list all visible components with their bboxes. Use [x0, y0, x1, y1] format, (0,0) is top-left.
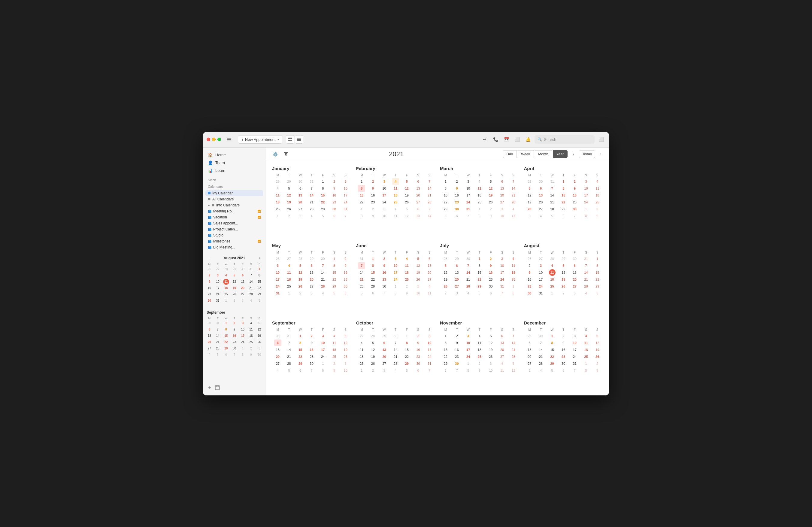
mini-day[interactable]: 1: [223, 298, 229, 304]
sidebar-toggle-button[interactable]: [224, 135, 233, 144]
sidebar-item-home[interactable]: 🏠 Home: [205, 151, 263, 159]
studio-icon: 👥: [208, 233, 212, 237]
mini-calendar-august: ‹ August 2021 › M T W T F S S 26: [203, 253, 266, 306]
big-meeting-item[interactable]: 👥 Big Meeting...: [205, 244, 263, 250]
calendar-view-button[interactable]: [214, 385, 220, 390]
studio-item[interactable]: 👥 Studio: [205, 232, 263, 238]
mini-day[interactable]: 14: [248, 279, 254, 285]
view-year-button[interactable]: Year: [553, 150, 568, 158]
grid-view-button[interactable]: [286, 135, 294, 144]
calendars-list: My Calendar All Calendars ▶ Info Calenda…: [203, 189, 266, 252]
my-calendar-dot: [208, 192, 211, 195]
mini-day[interactable]: 10: [215, 279, 221, 285]
all-calendars-item[interactable]: All Calendars: [205, 196, 263, 202]
mini-day[interactable]: 16: [206, 285, 212, 291]
mini-cal-prev[interactable]: ‹: [207, 256, 212, 260]
phone-icon[interactable]: 📞: [491, 135, 500, 144]
mini-day[interactable]: 4: [223, 272, 229, 279]
app-window: + New Appointment ▾ ↩ 📞 📅 ⬜ 🔔 🔍 ⬜: [203, 132, 609, 395]
next-year-button[interactable]: ›: [597, 151, 604, 158]
mini-day[interactable]: 28: [248, 291, 254, 297]
info-calendars-item[interactable]: ▶ Info Calendars: [205, 202, 263, 208]
fullscreen-icon[interactable]: ⬜: [597, 135, 605, 144]
vacation-item[interactable]: 👥 Vacation 📶: [205, 214, 263, 220]
mini-day[interactable]: 21: [248, 285, 254, 291]
mini-day[interactable]: 25: [223, 291, 229, 297]
today-button[interactable]: Today: [579, 150, 595, 158]
mini-day[interactable]: 27: [215, 266, 221, 272]
view-toggles: [286, 135, 303, 144]
sidebar-item-learn[interactable]: 📊 Learn: [205, 167, 263, 174]
list-view-button[interactable]: [295, 135, 303, 144]
mini-day[interactable]: 3: [215, 272, 221, 279]
minimize-button[interactable]: [212, 138, 216, 141]
mini-day[interactable]: 22: [257, 285, 262, 291]
month-january: January MTWTFSS 28293031 123 45678910 11…: [272, 166, 351, 236]
svg-rect-4: [290, 138, 292, 139]
sidebar-item-team[interactable]: 👤 Team: [205, 159, 263, 167]
mini-day[interactable]: 28: [223, 266, 229, 272]
mini-day[interactable]: 4: [248, 298, 254, 304]
meeting-rooms-icon: 👥: [208, 210, 212, 213]
view-day-button[interactable]: Day: [503, 150, 517, 158]
team-icon: 👤: [208, 160, 213, 165]
mini-day[interactable]: 31: [248, 266, 254, 272]
mini-day[interactable]: 13: [240, 279, 246, 285]
mini-day[interactable]: 1: [257, 266, 262, 272]
new-appointment-button[interactable]: + New Appointment ▾: [238, 135, 282, 144]
mini-day[interactable]: 17: [215, 285, 221, 291]
sales-appoint-item[interactable]: 👥 Sales appoint...: [205, 220, 263, 226]
share-icon[interactable]: ⬜: [513, 135, 521, 144]
all-calendars-dot: [208, 198, 211, 200]
add-calendar-button[interactable]: +: [207, 385, 213, 390]
filter-button[interactable]: [282, 150, 290, 158]
mini-day[interactable]: 26: [206, 266, 212, 272]
mini-day[interactable]: 7: [248, 272, 254, 279]
search-icon: 🔍: [538, 137, 542, 142]
maximize-button[interactable]: [217, 138, 221, 141]
meeting-rooms-item[interactable]: 👥 Meeting Ro... 📶: [205, 208, 263, 214]
undo-icon[interactable]: ↩: [480, 135, 489, 144]
mini-day[interactable]: 2: [206, 272, 212, 279]
mini-day[interactable]: 30: [240, 266, 246, 272]
studio-label: Studio: [213, 233, 223, 237]
mini-day[interactable]: 5: [257, 298, 262, 304]
mini-day[interactable]: 9: [206, 279, 212, 285]
mini-day[interactable]: 29: [257, 291, 262, 297]
mini-cal-next[interactable]: ›: [257, 256, 262, 260]
mini-day[interactable]: 15: [257, 279, 262, 285]
mini-day[interactable]: 27: [240, 291, 246, 297]
mini-day[interactable]: 12: [231, 279, 237, 285]
mini-day[interactable]: 8: [257, 272, 262, 279]
svg-rect-6: [290, 140, 292, 141]
calendar-icon[interactable]: 📅: [502, 135, 510, 144]
my-calendar-item[interactable]: My Calendar: [205, 190, 263, 196]
mini-day[interactable]: 26: [231, 291, 237, 297]
mini-day[interactable]: 3: [240, 298, 246, 304]
close-button[interactable]: [207, 138, 210, 141]
home-icon: 🏠: [208, 153, 213, 157]
search-bar[interactable]: 🔍: [535, 135, 595, 144]
mini-day[interactable]: 24: [215, 291, 221, 297]
info-calendars-dot: [212, 204, 214, 206]
view-week-button[interactable]: Week: [518, 150, 534, 158]
month-february-label: February: [356, 166, 435, 171]
milestones-item[interactable]: 👥 Milestones 📶: [205, 238, 263, 244]
prev-year-button[interactable]: ‹: [570, 151, 577, 158]
mini-day[interactable]: 20: [240, 285, 246, 291]
project-calen-item[interactable]: 👥 Project Calen...: [205, 226, 263, 232]
settings-button[interactable]: ⚙️: [271, 150, 279, 158]
mini-day[interactable]: 29: [231, 266, 237, 272]
view-month-button[interactable]: Month: [535, 150, 552, 158]
mini-day[interactable]: 30: [206, 298, 212, 304]
mini-day[interactable]: 5: [231, 272, 237, 279]
mini-day[interactable]: 2: [231, 298, 237, 304]
bell-icon[interactable]: 🔔: [524, 135, 532, 144]
mini-day[interactable]: 18: [223, 285, 229, 291]
search-input[interactable]: [544, 137, 592, 142]
mini-day[interactable]: 6: [240, 272, 246, 279]
mini-day[interactable]: 23: [206, 291, 212, 297]
mini-day[interactable]: 31: [215, 298, 221, 304]
mini-day-today[interactable]: 11: [223, 279, 229, 285]
mini-day[interactable]: 19: [231, 285, 237, 291]
